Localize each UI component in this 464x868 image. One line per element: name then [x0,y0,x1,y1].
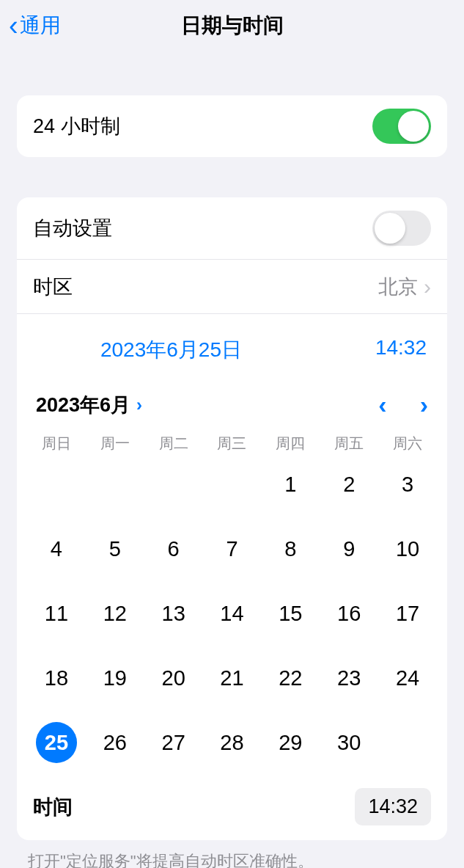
day-cell[interactable]: 16 [320,593,378,634]
day-cell[interactable]: 12 [86,593,144,634]
day-cell[interactable]: 28 [203,722,262,763]
page-title: 日期与时间 [181,12,284,40]
day-blank [27,464,86,505]
day-cell[interactable]: 6 [144,528,203,569]
day-cell[interactable]: 26 [86,722,144,763]
day-cell[interactable]: 23 [320,657,378,699]
day-cell[interactable]: 13 [144,593,203,634]
weekday-label: 周日 [27,434,86,453]
day-cell[interactable]: 25 [36,722,77,763]
next-month-button[interactable]: › [420,390,428,419]
back-button[interactable]: ‹ 通用 [0,12,61,40]
month-label: 2023年6月 [36,392,130,418]
day-cell[interactable]: 20 [144,657,203,699]
day-cell[interactable]: 21 [203,657,262,699]
toggle-knob [375,213,405,244]
day-blank [86,464,144,505]
day-cell[interactable]: 1 [261,464,320,505]
day-cell[interactable]: 19 [86,657,144,699]
day-cell[interactable]: 8 [261,528,320,569]
label-timezone: 时区 [33,274,73,300]
day-cell[interactable]: 14 [203,593,262,634]
day-cell[interactable]: 24 [378,657,437,699]
label-time: 时间 [33,794,73,820]
row-24hour: 24 小时制 [17,95,447,157]
day-blank [144,464,203,505]
label-24hour: 24 小时制 [33,113,120,139]
day-cell[interactable]: 18 [27,657,86,699]
day-cell[interactable]: 22 [261,657,320,699]
day-cell[interactable]: 5 [86,528,144,569]
footer-note: 打开"定位服务"将提高自动时区准确性。 [0,840,464,868]
day-cell[interactable]: 30 [320,722,378,763]
month-picker[interactable]: 2023年6月 › [36,392,142,418]
value-timezone: 北京 [378,274,418,300]
time-picker[interactable]: 14:32 [355,788,431,825]
chevron-right-icon: › [424,274,431,299]
day-cell[interactable]: 15 [261,593,320,634]
row-timezone[interactable]: 时区 北京 › [17,260,447,314]
row-autoset: 自动设置 [17,197,447,260]
day-cell[interactable]: 27 [144,722,203,763]
back-label: 通用 [20,12,61,40]
toggle-autoset[interactable] [372,211,431,246]
day-cell[interactable]: 29 [261,722,320,763]
current-date[interactable]: 2023年6月25日 [100,336,242,364]
day-cell[interactable]: 9 [320,528,378,569]
day-cell[interactable]: 11 [27,593,86,634]
current-time[interactable]: 14:32 [375,336,431,364]
toggle-24hour[interactable] [372,109,431,144]
day-cell[interactable]: 3 [378,464,437,505]
day-cell[interactable]: 4 [27,528,86,569]
weekday-label: 周一 [86,434,144,453]
row-datetime: 2023年6月25日 14:32 [17,314,447,377]
chevron-right-icon: › [136,395,142,415]
weekday-label: 周二 [144,434,203,453]
day-cell[interactable]: 17 [378,593,437,634]
weekday-label: 周四 [261,434,320,453]
chevron-left-icon: ‹ [9,12,18,40]
weekday-label: 周六 [378,434,437,453]
day-blank [203,464,262,505]
day-cell[interactable]: 10 [378,528,437,569]
label-autoset: 自动设置 [33,215,112,241]
day-cell[interactable]: 2 [320,464,378,505]
day-cell[interactable]: 7 [203,528,262,569]
weekday-label: 周三 [203,434,262,453]
weekday-label: 周五 [320,434,378,453]
toggle-knob [398,111,429,142]
prev-month-button[interactable]: ‹ [378,390,386,419]
